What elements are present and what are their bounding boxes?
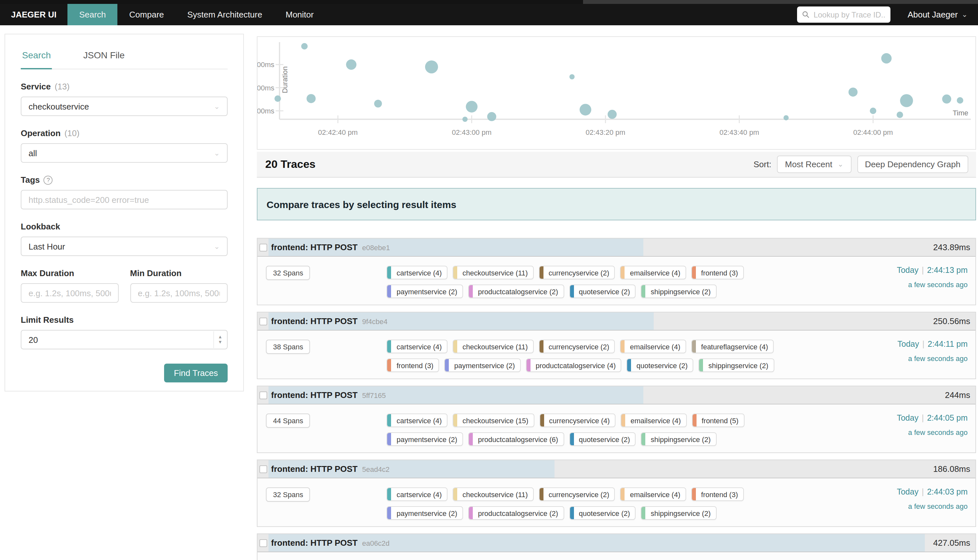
service-tag-label: paymentservice (2) xyxy=(391,507,462,519)
trace-result-row: frontend: HTTP POSTea06c2d427.05ms38 Spa… xyxy=(257,533,976,560)
chevron-down-icon: ⌄ xyxy=(214,103,220,110)
service-tag: currencyservice (2) xyxy=(539,266,615,279)
service-tag: checkoutservice (15) xyxy=(453,413,534,427)
trace-result-list: frontend: HTTP POSTe08ebe1243.89ms32 Spa… xyxy=(257,238,976,560)
trace-bubble[interactable] xyxy=(900,94,913,107)
chevron-down-icon: ⌄ xyxy=(214,243,220,250)
lookback-select[interactable]: Last Hour ⌄ xyxy=(21,237,228,256)
service-tag-label: emailservice (4) xyxy=(625,267,686,279)
trace-bubble[interactable] xyxy=(346,59,356,70)
trace-date: Today xyxy=(897,487,919,497)
nav-item-search[interactable]: Search xyxy=(67,4,117,25)
trace-link-header[interactable]: frontend: HTTP POSTea06c2d427.05ms xyxy=(257,534,975,552)
stepper-down-icon[interactable]: ▼ xyxy=(218,340,222,345)
trace-link-header[interactable]: frontend: HTTP POST5ead4c2186.08ms xyxy=(257,460,975,478)
find-traces-button[interactable]: Find Traces xyxy=(164,363,228,382)
trace-bubble[interactable] xyxy=(301,43,308,50)
trace-bubble[interactable] xyxy=(942,95,951,104)
service-color-bar xyxy=(387,433,391,445)
service-tag-label: productcatalogservice (2) xyxy=(473,507,563,519)
service-tag: shippingservice (2) xyxy=(699,358,774,372)
trace-bubble[interactable] xyxy=(957,97,963,104)
trace-link-header[interactable]: frontend: HTTP POSTe08ebe1243.89ms xyxy=(257,238,975,257)
trace-select-checkbox[interactable] xyxy=(259,465,267,473)
sort-select-value: Most Recent xyxy=(785,160,833,169)
service-color-bar xyxy=(387,340,391,353)
trace-bubble[interactable] xyxy=(425,60,438,73)
trace-result-row: frontend: HTTP POST9f4cbe4250.56ms38 Spa… xyxy=(257,312,976,379)
service-color-bar xyxy=(387,267,391,279)
trace-time-line: Today|2:44:05 pm xyxy=(897,413,968,423)
trace-bubble[interactable] xyxy=(607,110,617,119)
trace-lookup-input[interactable] xyxy=(814,10,886,19)
trace-bubble[interactable] xyxy=(870,108,876,114)
service-tag: currencyservice (4) xyxy=(539,413,616,427)
about-jaeger-menu[interactable]: About Jaeger ⌄ xyxy=(908,10,968,20)
service-color-bar xyxy=(453,488,457,500)
service-color-bar xyxy=(387,507,391,519)
operation-select[interactable]: all ⌄ xyxy=(21,143,228,163)
deep-dependency-graph-button[interactable]: Deep Dependency Graph xyxy=(857,155,968,173)
trace-bubble[interactable] xyxy=(306,94,315,103)
service-color-bar xyxy=(692,488,696,500)
nav-item-compare[interactable]: Compare xyxy=(118,4,176,25)
trace-title: frontend: HTTP POST xyxy=(271,242,358,252)
trace-timestamp: Today|2:44:13 pma few seconds ago xyxy=(897,266,968,288)
service-color-bar xyxy=(628,359,631,372)
trace-bubble[interactable] xyxy=(896,112,903,118)
sort-select[interactable]: Most Recent ⌄ xyxy=(777,155,851,173)
trace-timestamp: Today|2:44:11 pma few seconds ago xyxy=(898,340,968,362)
limit-results-box: ▲ ▼ xyxy=(21,330,228,349)
trace-result-row: frontend: HTTP POST5ead4c2186.08ms32 Spa… xyxy=(257,460,976,527)
trace-bubble[interactable] xyxy=(849,88,858,97)
min-duration-input[interactable] xyxy=(138,288,220,298)
trace-select-checkbox[interactable] xyxy=(259,391,267,399)
max-duration-field: Max Duration xyxy=(21,268,118,303)
trace-bubble[interactable] xyxy=(466,101,478,112)
trace-bubble[interactable] xyxy=(462,117,467,122)
service-color-bar xyxy=(539,340,544,353)
trace-select-checkbox[interactable] xyxy=(259,243,267,251)
service-select[interactable]: checkoutservice ⌄ xyxy=(21,97,228,116)
service-tag: productcatalogservice (4) xyxy=(526,358,622,372)
tags-label: Tags? xyxy=(21,175,228,185)
window-top-strip xyxy=(0,0,978,4)
trace-bubble[interactable] xyxy=(569,74,575,79)
tab-json-file[interactable]: JSON File xyxy=(82,46,126,69)
trace-timestamp: Today|2:44:05 pma few seconds ago xyxy=(897,413,968,436)
trace-duration: 427.05ms xyxy=(933,538,975,548)
limit-results-input[interactable] xyxy=(28,335,220,345)
trace-bubble[interactable] xyxy=(274,95,281,102)
app-logo[interactable]: JAEGER UI xyxy=(0,4,67,25)
service-tag-label: cartservice (4) xyxy=(391,414,447,427)
trace-bubble[interactable] xyxy=(487,112,496,121)
trace-link-header[interactable]: frontend: HTTP POST5ff7165244ms xyxy=(257,386,975,405)
stepper-up-icon[interactable]: ▲ xyxy=(218,334,222,340)
chevron-down-icon: ⌄ xyxy=(962,11,968,18)
service-tag-list: cartservice (4)checkoutservice (11)curre… xyxy=(387,487,807,520)
nav-item-monitor[interactable]: Monitor xyxy=(274,4,325,25)
service-tag-label: shippingservice (2) xyxy=(646,507,716,519)
service-color-bar xyxy=(570,285,574,298)
trace-link-header[interactable]: frontend: HTTP POST9f4cbe4250.56ms xyxy=(257,312,975,330)
number-stepper[interactable]: ▲ ▼ xyxy=(214,331,226,348)
checkbox-cell xyxy=(257,465,269,473)
trace-select-checkbox[interactable] xyxy=(259,539,267,547)
chevron-down-icon: ⌄ xyxy=(214,149,220,157)
tags-input[interactable] xyxy=(28,195,220,205)
trace-bubble[interactable] xyxy=(579,104,591,115)
service-tag-label: cartservice (4) xyxy=(391,340,447,353)
trace-bubble[interactable] xyxy=(881,53,892,63)
trace-bubble[interactable] xyxy=(783,115,789,120)
nav-item-system-architecture[interactable]: System Architecture xyxy=(176,4,274,25)
y-tick-label: 400ms xyxy=(257,61,274,69)
service-tag: emailservice (4) xyxy=(620,266,686,279)
duration-scatter-chart[interactable]: 200ms300ms400ms02:42:40 pm02:43:00 pm02:… xyxy=(257,36,976,150)
trace-bubble[interactable] xyxy=(374,100,382,108)
max-duration-input[interactable] xyxy=(28,288,110,298)
service-tag: paymentservice (2) xyxy=(387,506,463,520)
trace-select-checkbox[interactable] xyxy=(259,317,267,325)
tab-search[interactable]: Search xyxy=(21,46,52,69)
checkbox-cell xyxy=(257,539,269,547)
help-icon[interactable]: ? xyxy=(44,175,53,184)
